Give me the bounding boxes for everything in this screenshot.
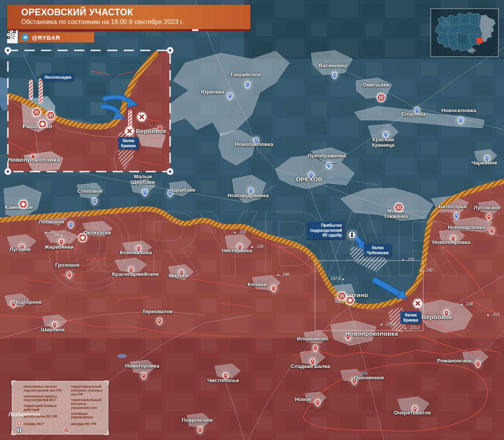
town-label: Романовское xyxy=(437,358,472,364)
legend-item: территориальный контроль украинских сил xyxy=(63,398,106,410)
qr-pattern xyxy=(7,30,16,39)
town-label: Луговое xyxy=(9,247,31,252)
legend-item: основные укрепрайоны xyxy=(63,412,106,420)
town-label: Егоровка xyxy=(401,111,426,117)
town-label: Чистополье xyxy=(208,378,239,383)
legend-item: населенные пункты под контролем сил РФ xyxy=(16,385,62,393)
town-label: Лобковое xyxy=(39,219,65,225)
town-label: Таврийское xyxy=(230,72,261,78)
legend-item-label: территория боевых действий xyxy=(24,404,62,412)
callout-label: балка Чубенкова xyxy=(364,244,391,256)
legend-item-label: авиудар ВС РФ xyxy=(71,422,96,426)
elevation-marker: 137,8 ▲ xyxy=(330,277,345,281)
legend-item-label: артобстрелы ВС РФ xyxy=(24,415,57,419)
soldier-legend-icon xyxy=(16,422,22,427)
elevation-marker: ▲ .138 xyxy=(460,302,473,306)
labels-layer: Любимовка ТаврийскоеЮрковкаВасиновкаЕгор… xyxy=(0,0,504,440)
legend-item: территория боевых действий xyxy=(16,404,62,412)
callout-label: Прибытие подразделений 80 одшбр xyxy=(307,222,345,239)
terr-ua-legend-icon xyxy=(63,401,69,407)
town-label: Красная Криница xyxy=(372,137,394,148)
elevation-marker: ▲ .153 xyxy=(486,312,499,317)
town-label: Новогоровка xyxy=(125,363,159,369)
legend-item-label: населенные пункты под контролем ВСУ xyxy=(24,395,62,403)
town-label: Белогорье xyxy=(439,204,467,209)
river-label: Конка xyxy=(326,176,334,180)
town-label: Новопрокоповка xyxy=(7,157,60,163)
town-label: Луговское xyxy=(474,205,500,211)
town-label: Сладкая Балка xyxy=(291,364,330,369)
qr-code xyxy=(7,30,18,43)
town-label: Копани xyxy=(248,282,267,287)
town-label: Очеретоватое xyxy=(394,410,431,416)
legend-item-label: отряды ВСУ xyxy=(24,422,44,426)
legend-item: артобстрелы ВС РФ xyxy=(16,414,62,420)
town-label: Мирное xyxy=(169,273,189,279)
town-label: Вербовое xyxy=(422,314,452,320)
legend-item: территориальный контроль союзных сил РФ xyxy=(63,385,106,396)
elevation-marker: ▲ .143 xyxy=(233,230,246,234)
town-label: Нестерянка xyxy=(222,248,252,253)
shelling-legend-icon xyxy=(16,414,22,420)
town-label: Омельник xyxy=(363,82,389,88)
town-label: Новоселовка xyxy=(441,108,476,113)
title-block: ОРЕХОВСКИЙ УЧАСТОК Обстановка по состоян… xyxy=(7,5,250,29)
legend-item: отряды ВСУ xyxy=(16,422,62,427)
town-label: Покровское xyxy=(182,418,213,423)
terr-ru-legend-icon xyxy=(63,388,69,394)
airstrike-legend-icon xyxy=(63,422,69,427)
elevation-marker: ▲ .96 xyxy=(44,230,55,234)
town-label: Новопрокоповка xyxy=(345,331,398,337)
town-label: Преображенка xyxy=(308,153,346,159)
town-label: ОРЕХОВ xyxy=(296,176,322,183)
town-label: Красноармейское xyxy=(112,272,159,277)
town-label: Вербовое xyxy=(136,128,167,134)
channel-handle: @RYBAR xyxy=(32,34,60,41)
elevation-marker: ▲ .142 xyxy=(420,268,433,272)
elevation-marker: 94 ▲ xyxy=(54,233,64,237)
title-underline xyxy=(7,29,250,31)
ru-dot-legend-icon xyxy=(16,386,22,392)
map-subtitle: Обстановка по состоянию на 18.00 8 сентя… xyxy=(21,18,250,26)
ua-dot-legend-icon xyxy=(16,396,22,401)
town-label: Новокарловка xyxy=(448,225,485,230)
callout-label: балка Кривая xyxy=(400,311,421,324)
town-label: Широкое xyxy=(41,327,65,333)
map-canvas: @RYBAR Любимовка ТаврийскоеЮрковкаВасино… xyxy=(0,0,504,440)
battle-legend-icon xyxy=(16,405,22,411)
town-label: Жеребянки xyxy=(44,244,74,250)
town-label: Чаривное xyxy=(471,160,497,166)
telegram-icon xyxy=(22,34,29,41)
legend-item: авиудар ВС РФ xyxy=(63,422,106,427)
town-label: Новое xyxy=(295,397,311,402)
legend: населенные пункты под контролем сил РФна… xyxy=(12,381,108,434)
legend-item-label: основные укрепрайоны xyxy=(71,412,106,420)
town-label: Щербаки xyxy=(172,187,195,193)
fortline-legend-icon xyxy=(63,413,69,418)
town-label: Малые Щербаки xyxy=(131,174,155,185)
town-label: Терноватое xyxy=(142,309,173,314)
elevation-marker: ▲ .146 xyxy=(276,272,289,277)
map-title: ОРЕХОВСКИЙ УЧАСТОК xyxy=(21,7,250,17)
elevation-marker: ▲ .139 xyxy=(250,244,263,249)
town-label: Ильченково xyxy=(297,336,328,342)
town-label: Пшеничное xyxy=(354,375,384,381)
callout-label: Лесопосадки xyxy=(42,74,74,81)
town-label: Грозовое xyxy=(55,263,80,268)
callout-label: балка Кривая xyxy=(118,137,139,149)
elevation-marker: ▲ .133 xyxy=(401,257,414,262)
telegram-badge: @RYBAR xyxy=(19,32,94,43)
town-label: Новоандреевка xyxy=(228,193,269,198)
town-label: Коновалова xyxy=(120,250,152,255)
legend-item: населенные пункты под контролем ВСУ xyxy=(16,395,62,403)
legend-item-label: территориальный контроль союзных сил РФ xyxy=(71,385,106,396)
elevation-marker: ▲ .136,8 xyxy=(380,322,396,326)
town-label: Степовое xyxy=(77,189,102,194)
elevation-marker: ▲ .110,3 xyxy=(404,325,419,330)
legend-item-label: территориальный контроль украинских сил xyxy=(71,398,106,410)
town-label: Подгорное xyxy=(13,299,42,305)
town-label: Васиновка xyxy=(319,63,347,68)
town-label: Новопокровка xyxy=(432,240,471,245)
town-label: Юрковка xyxy=(201,89,224,95)
town-label: Новопавловка xyxy=(235,142,273,147)
